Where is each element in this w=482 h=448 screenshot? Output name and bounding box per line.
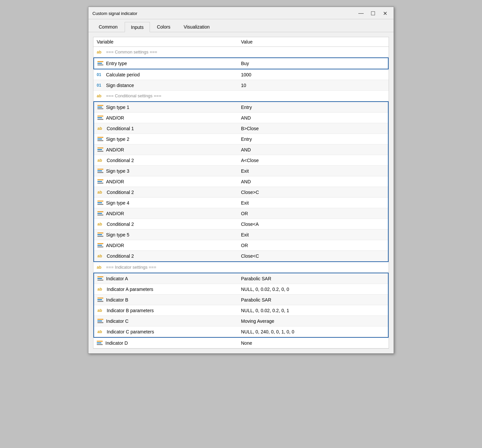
table-row[interactable]: Entry type Buy	[94, 58, 388, 69]
value-cell: None	[241, 340, 385, 346]
table-row[interactable]: AND/OR AND	[94, 176, 388, 187]
value-cell: AND	[241, 115, 385, 121]
variable-label: Conditional 2	[107, 253, 134, 259]
table-row[interactable]: ab Indicator B parameters NULL, 0, 0.02,…	[94, 305, 388, 316]
type-ab-icon: ab	[97, 94, 103, 98]
value-cell: Exit	[241, 200, 385, 206]
table-row[interactable]: Indicator C Moving Average	[94, 316, 388, 326]
variable-cell: Indicator C	[97, 318, 241, 324]
tab-visualization[interactable]: Visualization	[177, 22, 216, 32]
variable-label: Indicator C parameters	[107, 329, 154, 334]
variable-label: Calculate period	[106, 72, 140, 77]
window-title: Custom signal indicator	[92, 11, 137, 16]
tab-common[interactable]: Common	[92, 22, 124, 32]
maximize-button[interactable]: ☐	[368, 10, 378, 17]
table-row[interactable]: Sign type 2 Entry	[94, 134, 388, 144]
table-row[interactable]: ab Conditional 2 Close>C	[94, 187, 388, 198]
type-ab-icon: ab	[97, 222, 104, 226]
table-row[interactable]: Sign type 3 Exit	[94, 166, 388, 176]
variable-label: Indicator D	[105, 340, 128, 346]
variable-cell: Sign type 5	[97, 232, 241, 237]
table-row[interactable]: Indicator B Parabolic SAR	[94, 295, 388, 305]
value-cell: 10	[241, 83, 385, 88]
table-row[interactable]: ab Conditional 2 Close<A	[94, 219, 388, 229]
table-row: ab === Common settings ===	[93, 47, 389, 57]
header-value: Value	[241, 39, 385, 45]
value-cell: Entry	[241, 105, 385, 110]
variable-label: AND/OR	[106, 115, 124, 121]
variable-label: Indicator B	[106, 297, 128, 303]
variable-label: Sign type 2	[106, 136, 129, 142]
variable-label: Indicator B parameters	[107, 308, 154, 313]
variable-cell: 01 Calculate period	[97, 72, 241, 77]
title-bar: Custom signal indicator — ☐ ✕	[88, 7, 394, 19]
value-cell: Entry	[241, 136, 385, 142]
variable-cell: Indicator D	[97, 340, 241, 346]
variable-label: Conditional 2	[107, 158, 134, 163]
value-cell: NULL, 0, 0.02, 0.2, 0, 1	[241, 308, 385, 313]
value-cell: Close>C	[241, 190, 385, 195]
type-01-icon: 01	[97, 83, 103, 88]
value-cell: Buy	[241, 61, 385, 66]
table-row[interactable]: ab Conditional 1 B>Close	[94, 123, 388, 134]
variable-cell: AND/OR	[97, 179, 241, 184]
table-row: ab === Indicator settings ===	[93, 262, 389, 273]
value-cell: NULL, 0, 240, 0, 0, 1, 0, 0	[241, 329, 385, 334]
variable-cell: AND/OR	[97, 211, 241, 216]
variable-label: === Indicator settings ===	[106, 265, 156, 270]
table-row[interactable]: ab Indicator C parameters NULL, 0, 240, …	[94, 326, 388, 337]
table-row[interactable]: ab Conditional 2 A<Close	[94, 155, 388, 166]
variable-cell: ab Indicator B parameters	[97, 308, 241, 313]
close-button[interactable]: ✕	[380, 10, 390, 17]
variable-cell: ab === Common settings ===	[97, 49, 241, 54]
tab-inputs[interactable]: Inputs	[125, 22, 150, 32]
value-cell: Exit	[241, 168, 385, 174]
enum-icon	[97, 147, 103, 152]
variable-cell: ab Indicator C parameters	[97, 329, 241, 334]
variable-label: Sign type 5	[106, 232, 129, 237]
variable-label: Conditional 2	[107, 190, 134, 195]
table-row[interactable]: Sign type 1 Entry	[94, 102, 388, 113]
table-row[interactable]: ab Conditional 2 Close<C	[94, 251, 388, 261]
variable-label: Conditional 2	[107, 222, 134, 227]
value-cell: Parabolic SAR	[241, 276, 385, 281]
tab-bar: Common Inputs Colors Visualization	[88, 19, 394, 32]
variable-label: Sign distance	[106, 83, 134, 88]
table-row[interactable]: 01 Sign distance 10	[93, 80, 389, 91]
enum-icon	[97, 61, 103, 65]
table-row[interactable]: AND/OR AND	[94, 144, 388, 155]
table-row[interactable]: 01 Calculate period 1000	[93, 69, 389, 80]
value-cell: B>Close	[241, 126, 385, 131]
table-row[interactable]: Sign type 4 Exit	[94, 198, 388, 208]
type-01-icon: 01	[97, 72, 103, 77]
variable-label: AND/OR	[106, 243, 124, 248]
value-cell: NULL, 0, 0.02, 0.2, 0, 0	[241, 287, 385, 292]
variable-label: === Common settings ===	[106, 49, 157, 54]
inputs-table: Variable Value ab === Common settings ==…	[93, 37, 389, 349]
variable-cell: Entry type	[97, 61, 241, 66]
variable-cell: ab Indicator A parameters	[97, 287, 241, 292]
table-row[interactable]: AND/OR OR	[94, 208, 388, 219]
type-ab-icon: ab	[97, 265, 103, 270]
minimize-button[interactable]: —	[356, 10, 366, 17]
variable-label: Sign type 3	[106, 168, 129, 174]
value-cell: A<Close	[241, 158, 385, 163]
variable-label: AND/OR	[106, 211, 124, 216]
content-area: Variable Value ab === Common settings ==…	[88, 32, 394, 353]
variable-cell: ab === Conditional settings ===	[97, 93, 241, 98]
main-window: Custom signal indicator — ☐ ✕ Common Inp…	[88, 7, 394, 354]
enum-icon	[97, 243, 103, 247]
table-row[interactable]: AND/OR AND	[94, 113, 388, 123]
table-row[interactable]: Indicator A Parabolic SAR	[94, 273, 388, 284]
enum-icon	[97, 169, 103, 173]
variable-cell: ab Conditional 2	[97, 222, 241, 227]
tab-colors[interactable]: Colors	[151, 22, 177, 32]
table-row[interactable]: AND/OR OR	[94, 240, 388, 251]
table-row[interactable]: Indicator D None	[93, 338, 389, 348]
variable-cell: ab Conditional 2	[97, 190, 241, 195]
table-row[interactable]: ab Indicator A parameters NULL, 0, 0.02,…	[94, 284, 388, 295]
table-row[interactable]: Sign type 5 Exit	[94, 229, 388, 240]
table-header: Variable Value	[93, 37, 389, 47]
type-ab-icon: ab	[97, 190, 104, 195]
variable-cell: Sign type 4	[97, 200, 241, 206]
